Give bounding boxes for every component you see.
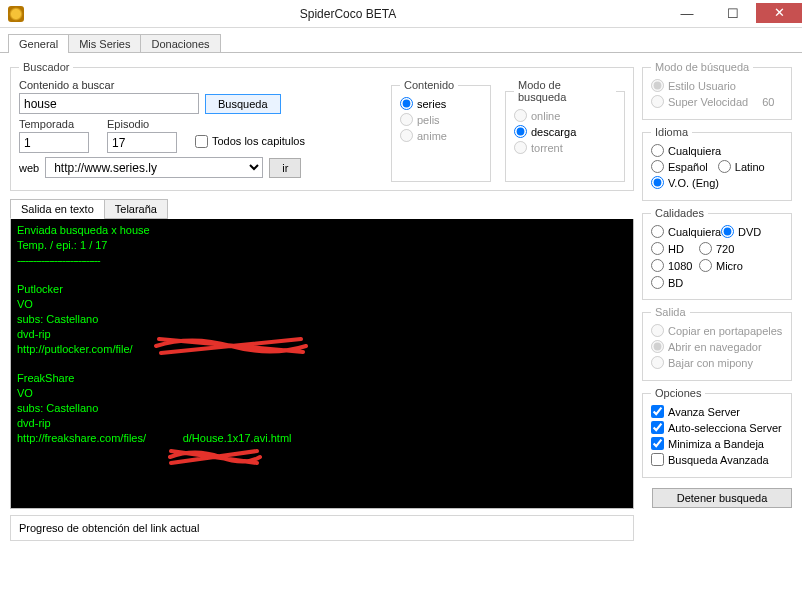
radio-copiar xyxy=(651,324,664,337)
episodio-input[interactable] xyxy=(107,132,177,153)
contenido-label: Contenido a buscar xyxy=(19,79,377,91)
buscador-legend: Buscador xyxy=(19,61,73,73)
titlebar: SpiderCoco BETA — ☐ ✕ xyxy=(0,0,802,28)
app-window: SpiderCoco BETA — ☐ ✕ General Mis Series… xyxy=(0,0,802,603)
main-tabs: General Mis Series Donaciones xyxy=(8,34,802,53)
close-button[interactable]: ✕ xyxy=(756,3,802,23)
minimize-button[interactable]: — xyxy=(664,3,710,25)
idioma-group: Idioma Cualquiera Español Latino V.O. (E… xyxy=(642,126,792,201)
window-buttons: — ☐ ✕ xyxy=(664,3,802,25)
tab-mis-series[interactable]: Mis Series xyxy=(68,34,141,53)
app-icon xyxy=(8,6,24,22)
check-avanza-server[interactable] xyxy=(651,405,664,418)
radio-cualquiera-idioma[interactable] xyxy=(651,144,664,157)
progress-label: Progreso de obtención del link actual xyxy=(19,522,199,534)
check-minimiza-bandeja[interactable] xyxy=(651,437,664,450)
temporada-label: Temporada xyxy=(19,118,89,130)
radio-estilo-usuario xyxy=(651,79,664,92)
episodio-label: Episodio xyxy=(107,118,177,130)
buscador-group: Buscador Contenido a buscar Busqueda Tem… xyxy=(10,61,634,191)
radio-abrir-nav xyxy=(651,340,664,353)
subtab-salida-texto[interactable]: Salida en texto xyxy=(10,199,105,219)
redaction-scribble-2 xyxy=(165,445,265,469)
web-select[interactable]: http://www.series.ly xyxy=(45,157,263,178)
ir-button[interactable]: ir xyxy=(269,158,301,178)
temporada-input[interactable] xyxy=(19,132,89,153)
radio-1080[interactable] xyxy=(651,259,664,272)
contenido-legend: Contenido xyxy=(400,79,458,91)
modo-right-group: Modo de búsqueda Estilo Usuario Super Ve… xyxy=(642,61,792,120)
maximize-button[interactable]: ☐ xyxy=(710,3,756,25)
radio-vo-eng[interactable] xyxy=(651,176,664,189)
contenido-group: Contenido series pelis anime xyxy=(391,79,491,182)
radio-cualquiera-cal[interactable] xyxy=(651,225,664,238)
radio-pelis xyxy=(400,113,413,126)
calidades-group: Calidades Cualquiera DVD HD 720 1080 Mic… xyxy=(642,207,792,300)
radio-micro[interactable] xyxy=(699,259,712,272)
radio-hd[interactable] xyxy=(651,242,664,255)
radio-super-velocidad xyxy=(651,95,664,108)
console-output: Enviada busqueda x house Temp. / epi.: 1… xyxy=(10,219,634,509)
modo-busqueda-group: Modo de busqueda online descarga torrent xyxy=(505,79,625,182)
subtab-telarana[interactable]: Telaraña xyxy=(104,199,168,219)
check-auto-selecciona[interactable] xyxy=(651,421,664,434)
radio-latino[interactable] xyxy=(718,160,731,173)
radio-dvd[interactable] xyxy=(721,225,734,238)
radio-online xyxy=(514,109,527,122)
radio-espanol[interactable] xyxy=(651,160,664,173)
modo-busqueda-legend: Modo de busqueda xyxy=(514,79,616,103)
progress-group: Progreso de obtención del link actual xyxy=(10,515,634,541)
salida-group: Salida Copiar en portapapeles Abrir en n… xyxy=(642,306,792,381)
output-tabs: Salida en texto Telaraña xyxy=(10,199,634,219)
radio-bajar-mipony xyxy=(651,356,664,369)
radio-720[interactable] xyxy=(699,242,712,255)
todos-capitulos-label: Todos los capitulos xyxy=(212,135,305,147)
tab-general[interactable]: General xyxy=(8,34,69,53)
todos-capitulos-checkbox[interactable] xyxy=(195,135,208,148)
busqueda-button[interactable]: Busqueda xyxy=(205,94,281,114)
radio-descarga[interactable] xyxy=(514,125,527,138)
radio-torrent xyxy=(514,141,527,154)
radio-bd[interactable] xyxy=(651,276,664,289)
check-busqueda-avanzada[interactable] xyxy=(651,453,664,466)
web-label: web xyxy=(19,162,39,174)
window-title: SpiderCoco BETA xyxy=(32,7,664,21)
contenido-input[interactable] xyxy=(19,93,199,114)
radio-series[interactable] xyxy=(400,97,413,110)
opciones-group: Opciones Avanza Server Auto-selecciona S… xyxy=(642,387,792,478)
tab-donaciones[interactable]: Donaciones xyxy=(140,34,220,53)
radio-anime xyxy=(400,129,413,142)
detener-busqueda-button[interactable]: Detener busqueda xyxy=(652,488,792,508)
